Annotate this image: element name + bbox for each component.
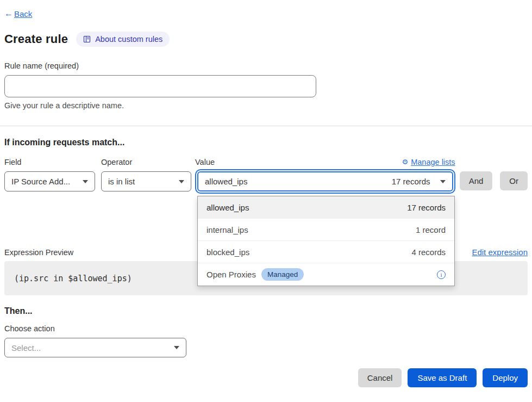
manage-lists-label: Manage lists (411, 158, 455, 166)
back-link[interactable]: ← Back (4, 9, 32, 18)
caret-down-icon (83, 180, 88, 183)
value-select-meta: 17 records (392, 177, 430, 186)
list-dropdown: allowed_ips 17 records internal_ips 1 re… (197, 196, 455, 286)
create-rule-page: ← Back Create rule About custom rules Ru… (0, 0, 532, 387)
list-item-meta: 17 records (407, 203, 446, 212)
caret-down-icon (179, 180, 184, 183)
list-item-name: Open Proxies (206, 270, 256, 279)
value-label: Value (195, 158, 215, 166)
list-item-internal-ips[interactable]: internal_ips 1 record (198, 219, 454, 241)
rule-name-input[interactable] (4, 75, 316, 97)
action-select-placeholder: Select... (11, 343, 41, 352)
and-button[interactable]: And (460, 171, 493, 190)
value-column: Value ⚙ Manage lists allowed_ips 17 reco… (195, 157, 455, 194)
list-item-meta: 1 record (416, 225, 446, 234)
field-column: Field IP Source Add... (4, 157, 95, 191)
list-item-allowed-ips[interactable]: allowed_ips 17 records (198, 196, 454, 219)
info-icon[interactable]: i (437, 270, 446, 279)
list-item-open-proxies[interactable]: Open Proxies Managed i (198, 263, 454, 286)
list-item-blocked-ips[interactable]: blocked_ips 4 records (198, 241, 454, 263)
choose-action-label: Choose action (4, 324, 528, 333)
back-arrow-icon: ← (4, 9, 13, 18)
match-section-heading: If incoming requests match... (4, 138, 528, 147)
back-link-label: Back (14, 9, 32, 18)
condition-row: Field IP Source Add... Operator is in li… (4, 157, 528, 194)
value-select-focus-ring: allowed_ips 17 records (195, 169, 455, 194)
field-select[interactable]: IP Source Add... (4, 171, 95, 191)
about-badge-label: About custom rules (95, 35, 162, 44)
operator-select[interactable]: is in list (101, 171, 191, 191)
rule-name-helper: Give your rule a descriptive name. (4, 101, 528, 110)
deploy-button[interactable]: Deploy (483, 368, 528, 387)
connector-buttons: And Or (460, 157, 528, 190)
title-row: Create rule About custom rules (4, 32, 528, 47)
section-divider (0, 126, 532, 126)
value-select-value: allowed_ips (205, 177, 247, 186)
caret-down-icon (174, 346, 179, 349)
then-heading: Then... (4, 306, 528, 316)
expression-preview-label: Expression Preview (4, 248, 73, 257)
book-icon (83, 35, 91, 43)
list-item-name: allowed_ips (206, 203, 249, 212)
edit-expression-link[interactable]: Edit expression (472, 248, 528, 257)
operator-column: Operator is in list (101, 157, 191, 191)
page-title: Create rule (4, 32, 68, 46)
footer-actions: Cancel Save as Draft Deploy (4, 368, 528, 387)
rule-name-label: Rule name (required) (4, 61, 528, 70)
save-as-draft-button[interactable]: Save as Draft (408, 368, 477, 387)
list-item-name: blocked_ips (206, 248, 249, 257)
rule-name-section: Rule name (required) Give your rule a de… (4, 61, 528, 110)
field-select-value: IP Source Add... (11, 177, 70, 186)
caret-down-icon (440, 180, 446, 183)
managed-badge: Managed (261, 268, 304, 281)
value-select[interactable]: allowed_ips 17 records (197, 171, 453, 191)
or-button[interactable]: Or (500, 171, 528, 190)
manage-lists-link[interactable]: ⚙ Manage lists (402, 158, 455, 166)
operator-select-value: is in list (108, 177, 135, 186)
operator-label: Operator (101, 158, 132, 166)
action-select[interactable]: Select... (4, 338, 186, 357)
list-item-name: internal_ips (206, 225, 248, 234)
list-item-meta: 4 records (411, 248, 446, 257)
field-label: Field (4, 158, 21, 166)
cancel-button[interactable]: Cancel (358, 368, 402, 387)
about-custom-rules-link[interactable]: About custom rules (76, 32, 170, 47)
gear-icon: ⚙ (402, 158, 409, 165)
